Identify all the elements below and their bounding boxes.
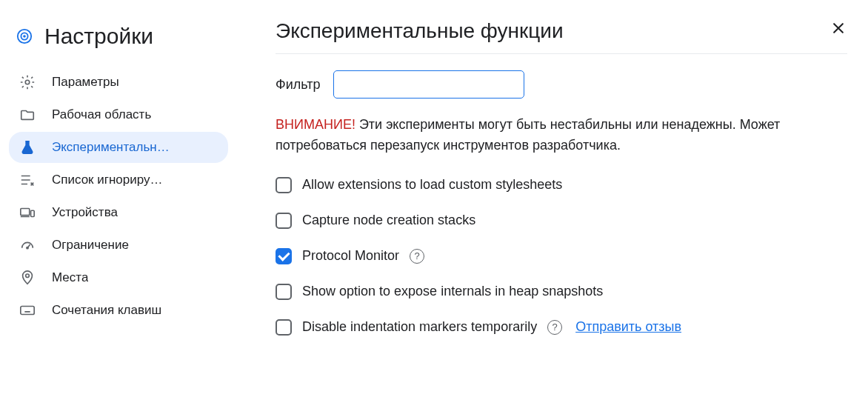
devtools-icon xyxy=(16,28,33,44)
sidebar-item-label: Экспериментальн… xyxy=(52,140,170,155)
svg-point-6 xyxy=(27,247,28,249)
list-x-icon xyxy=(19,172,36,188)
checkbox[interactable] xyxy=(276,284,292,300)
sidebar-item-workspace[interactable]: Рабочая область xyxy=(9,99,228,130)
svg-rect-8 xyxy=(21,307,34,315)
svg-rect-5 xyxy=(31,210,35,216)
experiment-label: Allow extensions to load custom styleshe… xyxy=(302,177,562,193)
sidebar-item-label: Сочетания клавиш xyxy=(52,303,161,318)
sidebar-item-locations[interactable]: Места xyxy=(9,262,228,293)
gear-icon xyxy=(19,74,36,90)
experiment-label: Disable indentation markers temporarily xyxy=(302,319,537,335)
devices-icon xyxy=(19,204,36,221)
folder-icon xyxy=(19,107,36,123)
sidebar-header: Настройки xyxy=(9,15,228,67)
flask-icon xyxy=(19,139,36,156)
sidebar: Настройки Параметры Рабочая область Эксп… xyxy=(0,0,237,397)
svg-point-3 xyxy=(25,80,30,84)
sidebar-item-label: Места xyxy=(52,270,88,285)
experiment-label: Capture node creation stacks xyxy=(302,213,475,228)
checkbox[interactable] xyxy=(276,319,292,336)
svg-rect-4 xyxy=(21,209,30,216)
experiments-list: Allow extensions to load custom styleshe… xyxy=(276,177,847,336)
checkbox[interactable] xyxy=(276,213,292,229)
settings-title: Настройки xyxy=(44,24,153,49)
location-icon xyxy=(19,270,36,286)
filter-label: Фильтр xyxy=(276,77,320,93)
sidebar-item-label: Ограничение xyxy=(52,238,129,253)
sidebar-item-devices[interactable]: Устройства xyxy=(9,197,228,228)
sidebar-item-ignore-list[interactable]: Список игнориру… xyxy=(9,164,228,196)
filter-input[interactable] xyxy=(333,70,524,99)
keyboard-icon xyxy=(19,302,36,318)
experiment-row: Protocol Monitor ? xyxy=(276,248,847,264)
warning-text: ВНИМАНИЕ! Эти эксперименты могут быть не… xyxy=(276,115,809,156)
filter-row: Фильтр xyxy=(276,70,847,99)
help-icon[interactable]: ? xyxy=(547,320,562,335)
experiment-row: Capture node creation stacks xyxy=(276,213,847,229)
sidebar-item-label: Параметры xyxy=(52,75,119,90)
main-content: Экспериментальные функции Фильтр ВНИМАНИ… xyxy=(237,0,868,397)
sidebar-item-shortcuts[interactable]: Сочетания клавиш xyxy=(9,295,228,326)
sidebar-item-preferences[interactable]: Параметры xyxy=(9,67,228,98)
sidebar-item-label: Список игнориру… xyxy=(52,173,163,187)
experiment-label: Show option to expose internals in heap … xyxy=(302,284,603,299)
sidebar-item-label: Рабочая область xyxy=(52,107,151,122)
experiment-row: Show option to expose internals in heap … xyxy=(276,284,847,300)
checkbox[interactable] xyxy=(276,177,292,193)
svg-point-7 xyxy=(26,274,30,278)
experiment-label: Protocol Monitor xyxy=(302,248,399,264)
feedback-link[interactable]: Отправить отзыв xyxy=(575,319,681,335)
help-icon[interactable]: ? xyxy=(410,249,424,264)
svg-point-2 xyxy=(23,35,26,38)
experiment-row: Allow extensions to load custom styleshe… xyxy=(276,177,847,193)
page-title: Экспериментальные функции xyxy=(276,19,847,54)
gauge-icon xyxy=(19,237,36,253)
checkbox[interactable] xyxy=(276,248,292,264)
sidebar-item-throttling[interactable]: Ограничение xyxy=(9,230,228,261)
warning-label: ВНИМАНИЕ! xyxy=(276,117,355,132)
sidebar-item-experiments[interactable]: Экспериментальн… xyxy=(9,132,228,163)
sidebar-item-label: Устройства xyxy=(52,205,118,220)
experiment-row: Disable indentation markers temporarily … xyxy=(276,319,847,336)
